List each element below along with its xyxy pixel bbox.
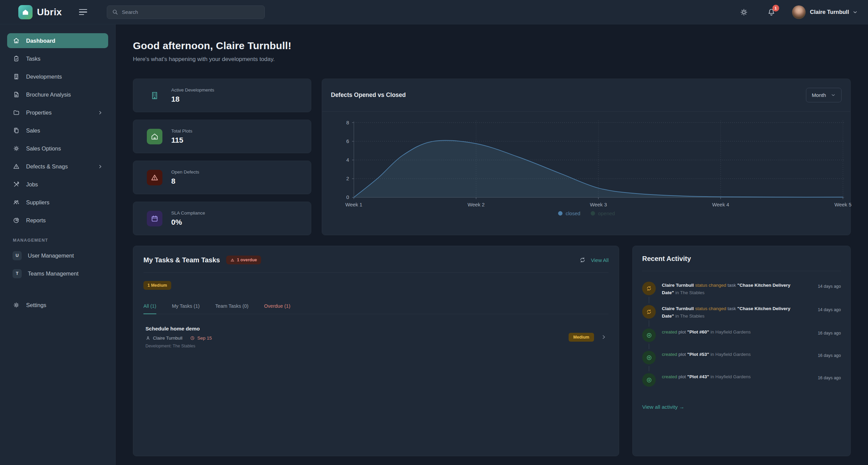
search-input[interactable] <box>122 9 260 15</box>
gear-icon <box>13 301 20 309</box>
chevron-down-icon <box>831 93 836 98</box>
sidebar-item-settings[interactable]: Settings <box>7 298 108 312</box>
sidebar-item-jobs[interactable]: Jobs <box>7 177 108 192</box>
sidebar-item-sales-options[interactable]: Sales Options <box>7 141 108 156</box>
svg-text:2: 2 <box>346 176 349 181</box>
legend-item-opened[interactable]: opened <box>591 210 615 216</box>
house-icon <box>21 8 29 16</box>
chart-range-dropdown[interactable]: Month <box>806 88 842 102</box>
sidebar-item-label: Defects & Snags <box>26 163 68 170</box>
chevron-right-icon <box>98 110 103 115</box>
view-all-activity-link[interactable]: View all activity → <box>642 404 841 410</box>
svg-text:6: 6 <box>346 139 349 144</box>
svg-text:Week 4: Week 4 <box>712 202 729 207</box>
tasks-icon <box>13 55 20 62</box>
activity-timestamp: 16 days ago <box>818 351 841 364</box>
task-title: Schedule home demo <box>145 326 212 332</box>
legend-dot <box>558 211 563 216</box>
chevron-down-icon <box>852 9 858 15</box>
task-development: Development: The Stables <box>145 344 212 348</box>
refresh-icon <box>579 257 586 263</box>
user-management-badge-icon: U <box>13 251 22 260</box>
recent-activity-panel: Recent Activity Claire Turnbullstatus ch… <box>632 246 851 456</box>
home-icon <box>147 129 162 144</box>
stat-value: 115 <box>171 136 192 145</box>
activity-item: Claire Turnbullstatus changedtask"Chase … <box>642 277 841 301</box>
chart-title: Defects Opened vs Closed <box>331 92 406 99</box>
sidebar-toggle-button[interactable] <box>79 9 87 15</box>
pie-chart-icon <box>13 217 20 224</box>
area-chart-canvas: 02468Week 1Week 2Week 3Week 4Week 5 <box>327 117 846 209</box>
stat-label: Open Defects <box>171 169 199 175</box>
tab-my-tasks[interactable]: My Tasks (1) <box>172 303 200 314</box>
sidebar-item-label: Sales <box>26 127 40 134</box>
tab-team-tasks[interactable]: Team Tasks (0) <box>215 303 249 314</box>
gear-icon <box>13 145 20 152</box>
sidebar-item-properties[interactable]: Properties <box>7 105 108 120</box>
svg-text:Week 3: Week 3 <box>590 202 607 207</box>
svg-text:Week 2: Week 2 <box>468 202 485 207</box>
legend-item-closed[interactable]: closed <box>558 210 580 216</box>
notifications-button[interactable]: 1 <box>767 8 776 17</box>
task-due-date: Sep 15 <box>190 336 212 341</box>
building-icon <box>13 73 20 80</box>
sidebar-item-dashboard[interactable]: Dashboard <box>7 33 108 48</box>
topbar: Ubrix 1 Claire Turnbu <box>0 0 868 24</box>
sidebar-item-label: Dashboard <box>26 38 55 44</box>
tab-overdue[interactable]: Overdue (1) <box>264 303 290 314</box>
sidebar-item-label: Settings <box>26 302 46 308</box>
activity-timestamp: 16 days ago <box>818 373 841 387</box>
document-icon <box>13 91 20 98</box>
ubrix-logo-icon <box>18 5 33 19</box>
app-root: Ubrix 1 Claire Turnbu <box>0 0 868 465</box>
activity-panel-title: Recent Activity <box>642 255 691 263</box>
sidebar-item-brochure-analysis[interactable]: Brochure Analysis <box>7 87 108 102</box>
user-menu-button[interactable] <box>852 9 858 15</box>
theme-toggle-button[interactable] <box>740 8 748 16</box>
sidebar-item-sales[interactable]: Sales <box>7 123 108 138</box>
sidebar-item-label: Jobs <box>26 181 38 188</box>
defects-chart-panel: Defects Opened vs Closed Month 02468Week… <box>322 79 851 235</box>
plus-circle-icon <box>642 351 656 364</box>
overdue-badge: 1 overdue <box>226 256 261 264</box>
tasks-tabs: All (1) My Tasks (1) Team Tasks (0) Over… <box>143 303 609 314</box>
legend-label: closed <box>566 210 580 216</box>
activity-item: Claire Turnbullstatus changedtask"Chase … <box>642 301 841 324</box>
sidebar-item-label: User Management <box>28 252 74 259</box>
activity-text: Claire Turnbullstatus changedtask"Chase … <box>662 282 808 296</box>
sidebar-item-reports[interactable]: Reports <box>7 213 108 228</box>
warning-triangle-icon <box>147 170 162 185</box>
activity-item: createdplot"Plot #53"in Hayfield Gardens… <box>642 346 841 369</box>
building-icon <box>147 88 162 103</box>
sidebar-item-user-management[interactable]: U User Management <box>7 248 108 263</box>
plus-circle-icon <box>642 373 656 387</box>
stat-card-sla-compliance: SLA Compliance 0% <box>133 202 311 235</box>
pages-icon <box>13 127 20 134</box>
stat-value: 0% <box>171 218 205 227</box>
sidebar: Dashboard Tasks Developments Brochure An… <box>0 24 116 465</box>
warning-triangle-icon <box>230 258 235 262</box>
user-menu-name[interactable]: Claire Turnbull <box>810 9 849 15</box>
sidebar-item-developments[interactable]: Developments <box>7 69 108 84</box>
sidebar-item-label: Suppliers <box>26 199 50 206</box>
folder-icon <box>13 109 20 116</box>
task-list-item[interactable]: Schedule home demo Claire Turnbull Sep 1… <box>143 326 609 348</box>
sidebar-item-tasks[interactable]: Tasks <box>7 51 108 66</box>
sidebar-item-teams-management[interactable]: T Teams Management <box>7 266 108 281</box>
view-all-link[interactable]: View All <box>591 257 609 263</box>
app-logo-text: Ubrix <box>37 7 62 18</box>
svg-text:Week 1: Week 1 <box>345 202 362 207</box>
avatar[interactable] <box>792 5 806 19</box>
search-bar[interactable] <box>107 5 265 19</box>
activity-text: createdplot"Plot #60"in Hayfield Gardens <box>662 328 808 342</box>
sidebar-item-label: Tasks <box>26 56 40 62</box>
refresh-button[interactable] <box>579 257 586 263</box>
status-changed-icon <box>642 305 656 319</box>
sidebar-item-label: Teams Management <box>28 270 79 277</box>
main-content: Good afternoon, Claire Turnbull! Here's … <box>116 24 868 465</box>
sidebar-item-defects-snags[interactable]: Defects & Snags <box>7 159 108 174</box>
chart-range-value: Month <box>812 92 826 98</box>
chevron-right-icon[interactable] <box>601 334 607 340</box>
tab-all[interactable]: All (1) <box>143 303 156 314</box>
sidebar-item-suppliers[interactable]: Suppliers <box>7 195 108 210</box>
